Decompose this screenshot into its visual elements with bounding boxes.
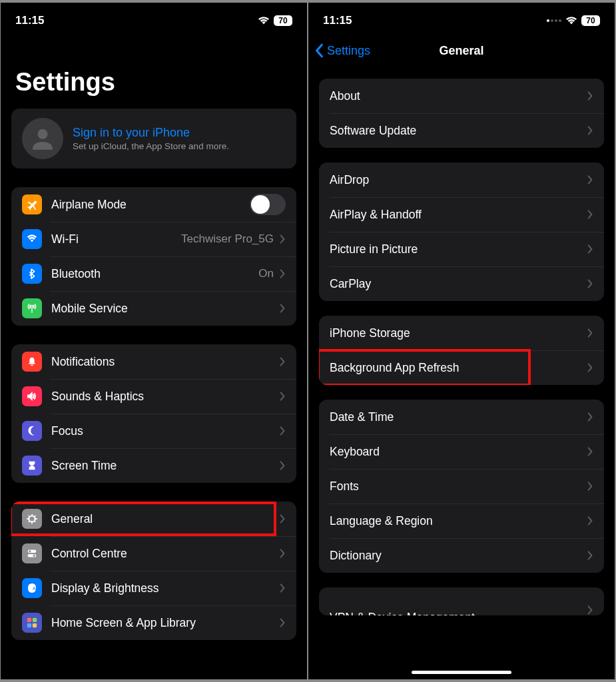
row-label: Background App Refresh: [330, 361, 587, 375]
battery-level: 70: [581, 15, 600, 26]
chevron-right-icon: [587, 605, 593, 615]
chevron-right-icon: [587, 481, 593, 492]
gear-icon: [22, 509, 42, 529]
row-software-update[interactable]: Software Update: [319, 113, 604, 148]
row-label: AirDrop: [330, 173, 587, 187]
bell-icon: [22, 352, 42, 372]
sign-in-subtitle: Set up iCloud, the App Store and more.: [73, 141, 286, 151]
row-label: Picture in Picture: [330, 242, 587, 256]
row-sounds-haptics[interactable]: Sounds & Haptics: [11, 379, 296, 414]
about-group: AboutSoftware Update: [319, 79, 604, 148]
page-title: Settings: [1, 35, 307, 109]
row-airplay-handoff[interactable]: AirPlay & Handoff: [319, 197, 604, 232]
row-label: Sounds & Haptics: [51, 390, 279, 404]
row-keyboard[interactable]: Keyboard: [319, 434, 604, 469]
storage-group: iPhone StorageBackground App Refresh: [319, 316, 604, 385]
speaker-icon: [22, 386, 42, 406]
row-carplay[interactable]: CarPlay: [319, 266, 604, 301]
row-bluetooth[interactable]: BluetoothOn: [11, 256, 296, 291]
chevron-right-icon: [279, 303, 286, 314]
row-label: Display & Brightness: [51, 581, 279, 595]
toggle-switch[interactable]: [250, 194, 286, 215]
battery-level: 70: [274, 15, 292, 26]
row-dictionary[interactable]: Dictionary: [319, 538, 604, 573]
row-control-centre[interactable]: Control Centre: [11, 536, 296, 571]
airdrop-group: AirDropAirPlay & HandoffPicture in Pictu…: [319, 163, 604, 301]
cellular-icon: [547, 19, 561, 22]
back-button[interactable]: Settings: [315, 43, 370, 58]
chevron-right-icon: [587, 91, 593, 101]
status-time: 11:15: [323, 14, 352, 27]
row-label: Wi-Fi: [51, 232, 181, 246]
chevron-right-icon: [279, 583, 286, 593]
status-time: 11:15: [15, 14, 44, 27]
row-label: About: [330, 89, 587, 103]
avatar-icon: [22, 118, 63, 159]
home-indicator[interactable]: [412, 671, 511, 674]
antenna-icon: [22, 298, 42, 318]
moon-icon: [22, 421, 42, 441]
row-label: Dictionary: [330, 549, 587, 563]
row-label: Airplane Mode: [51, 198, 250, 212]
chevron-right-icon: [279, 391, 286, 402]
row-background-app-refresh[interactable]: Background App Refresh: [319, 350, 604, 385]
svg-rect-9: [27, 623, 31, 627]
row-label: General: [51, 512, 279, 526]
settings-screen: 11:15 70 Settings Sign in to your iPhone…: [1, 3, 307, 679]
chevron-right-icon: [279, 234, 286, 244]
chevron-right-icon: [587, 446, 593, 457]
row-value: On: [258, 267, 274, 280]
chevron-right-icon: [279, 426, 286, 436]
row-general[interactable]: General: [11, 502, 296, 536]
switches-icon: [22, 543, 42, 563]
row-airdrop[interactable]: AirDrop: [319, 163, 604, 197]
wifi-icon: [258, 16, 270, 25]
row-iphone-storage[interactable]: iPhone Storage: [319, 316, 604, 350]
row-date-time[interactable]: Date & Time: [319, 400, 604, 434]
date-group: Date & TimeKeyboardFontsLanguage & Regio…: [319, 400, 604, 573]
svg-rect-10: [33, 623, 37, 627]
svg-text:A: A: [33, 585, 36, 591]
svg-point-0: [38, 129, 48, 139]
row-screen-time[interactable]: Screen Time: [11, 448, 296, 483]
row-wifi[interactable]: Wi-FiTechwiser Pro_5G: [11, 222, 296, 256]
row-label: Home Screen & App Library: [51, 616, 279, 630]
row-label: Focus: [51, 424, 279, 438]
chevron-right-icon: [279, 356, 286, 367]
row-about[interactable]: About: [319, 79, 604, 113]
bluetooth-icon: [22, 264, 42, 284]
vpn-group: VPN & Device Management: [319, 587, 604, 615]
row-label: VPN & Device Management: [330, 611, 587, 615]
row-notifications[interactable]: Notifications: [11, 344, 296, 379]
alerts-group: NotificationsSounds & HapticsFocusScreen…: [11, 344, 296, 483]
wifi-icon: [22, 229, 42, 249]
row-display-brightness[interactable]: AADisplay & Brightness: [11, 571, 296, 605]
row-label: Screen Time: [51, 459, 279, 473]
sign-in-card[interactable]: Sign in to your iPhone Set up iCloud, th…: [11, 109, 296, 169]
row-mobile-service[interactable]: Mobile Service: [11, 291, 296, 326]
chevron-left-icon: [315, 43, 324, 58]
row-fonts[interactable]: Fonts: [319, 469, 604, 504]
chevron-right-icon: [587, 278, 593, 289]
row-vpn-device-management[interactable]: VPN & Device Management: [319, 587, 604, 615]
chevron-right-icon: [587, 174, 593, 185]
row-picture-in-picture[interactable]: Picture in Picture: [319, 232, 604, 266]
display-icon: AA: [22, 578, 42, 598]
row-label: Notifications: [51, 355, 279, 369]
general-screen: 11:15 70 Settings General AboutSoftware …: [308, 3, 615, 679]
row-label: Mobile Service: [51, 302, 279, 316]
svg-rect-7: [27, 618, 31, 622]
row-home-screen[interactable]: Home Screen & App Library: [11, 605, 296, 640]
chevron-right-icon: [587, 515, 593, 526]
chevron-right-icon: [279, 513, 286, 524]
wifi-icon: [565, 16, 577, 25]
svg-point-4: [33, 555, 35, 557]
row-focus[interactable]: Focus: [11, 414, 296, 448]
row-value: Techwiser Pro_5G: [181, 232, 274, 246]
row-label: CarPlay: [330, 277, 587, 291]
row-airplane-mode[interactable]: Airplane Mode: [11, 187, 296, 222]
svg-rect-8: [33, 618, 37, 622]
airplane-icon: [22, 194, 42, 214]
chevron-right-icon: [587, 362, 593, 373]
row-language-region[interactable]: Language & Region: [319, 504, 604, 538]
